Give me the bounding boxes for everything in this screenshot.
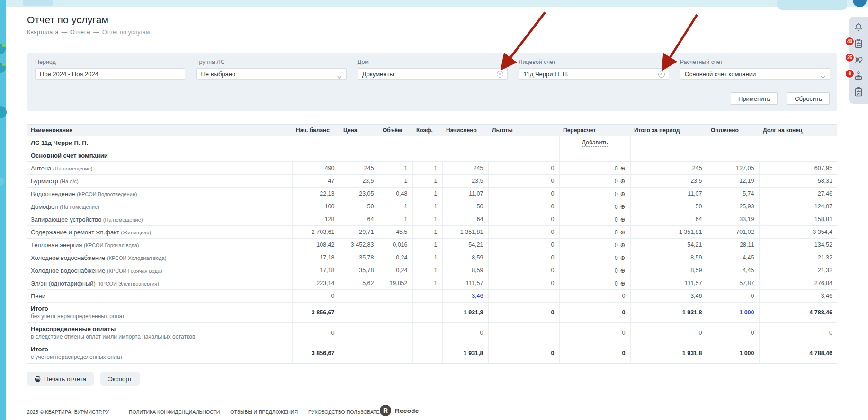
apply-button[interactable]: Применить [731, 92, 778, 105]
add-recalculation-icon[interactable]: ⊕ [620, 254, 626, 261]
print-report-button[interactable]: Печать отчета [27, 372, 94, 386]
left-sidebar-strip[interactable] [0, 0, 6, 420]
period-input[interactable]: Ноя 2024 - Ноя 2024 [35, 68, 185, 80]
filter-field-settlement-account: Расчетный счет Основной счет компании [680, 59, 830, 80]
column-header: Оплачено [707, 125, 759, 136]
cell-accrued: 3,46 [442, 290, 488, 303]
cell-period_total: 23,5 [630, 175, 707, 188]
clear-icon[interactable]: ✕ [497, 71, 503, 78]
cell-accrued: 8,59 [442, 264, 488, 277]
ls-group-select[interactable]: Не выбрано [196, 68, 346, 80]
cell-volume: 0,24 [379, 251, 412, 264]
cell-paid: 1 000 [707, 303, 759, 323]
add-recalculation-link[interactable]: Добавить [582, 139, 608, 147]
reception-desk-icon[interactable]: 8 [853, 70, 864, 81]
cell-period_total: 1 931,8 [630, 303, 707, 323]
chevron-down-icon[interactable] [821, 72, 825, 76]
accrued-link[interactable]: 3,46 [472, 293, 483, 299]
privacy-policy-link[interactable]: ПОЛИТИКА КОНФИДЕНЦИАЛЬНОСТИ [129, 409, 220, 416]
cell-debt: 134,52 [759, 239, 837, 251]
cell-recalc: 0⊕ [559, 200, 630, 213]
reset-button[interactable]: Сбросить [787, 92, 830, 105]
empty-cell [630, 136, 837, 149]
filter-field-period: Период Ноя 2024 - Ноя 2024 [35, 59, 185, 80]
cell-volume [379, 290, 412, 303]
user-guide-link[interactable]: РУКОВОДСТВО ПОЛЬЗОВАТЕЛЯ [308, 409, 386, 416]
bell-icon[interactable] [853, 22, 864, 33]
column-header: Нач. баланс [292, 125, 340, 136]
breadcrumb-link-kvartplata[interactable]: Квартплата [27, 29, 58, 36]
filter-panel: Период Ноя 2024 - Ноя 2024 Группа ЛС Не … [27, 53, 837, 111]
cell-recalc: 0⊕ [559, 188, 630, 200]
cell-volume: 1 [379, 175, 412, 188]
cell-volume: 1 [379, 213, 412, 226]
cell-coef: 1 [412, 213, 442, 226]
cell-recalc: 0⊕ [559, 213, 630, 226]
personal-account-input[interactable]: 11д Черри П. П. ✕ [519, 68, 669, 80]
house-input[interactable]: Документы ✕ [358, 68, 508, 80]
table-row: Запирающее устройство (На помещение)1286… [27, 213, 837, 226]
add-recalculation-icon[interactable]: ⊕ [620, 165, 626, 172]
cell-benefits [488, 323, 559, 343]
cell-coef: 1 [412, 264, 442, 277]
cell-price: 64 [340, 213, 379, 226]
table-header-row: НаименованиеНач. балансЦенаОбъёмКоэф.Нач… [27, 125, 837, 136]
cell-volume [379, 343, 412, 364]
search-box[interactable] [777, 0, 847, 10]
add-recalculation-icon[interactable]: ⊕ [620, 178, 626, 185]
cell-price: 29,71 [340, 226, 379, 239]
announcement-icon[interactable]: 25 [853, 54, 864, 65]
cell-balance: 128 [292, 213, 340, 226]
brand-name: Recode [395, 407, 419, 414]
topbar-tab[interactable] [23, 0, 53, 6]
cell-balance: 17,18 [292, 251, 340, 264]
cell-volume: 45,5 [379, 226, 412, 239]
filter-field-ls-group: Группа ЛС Не выбрано [196, 59, 346, 80]
clear-icon[interactable]: ✕ [658, 71, 665, 78]
cell-benefits: 0 [488, 303, 559, 323]
export-button[interactable]: Экспорт [100, 372, 140, 386]
tasks-clipboard-icon[interactable]: 40 [853, 38, 864, 49]
cell-debt: 4 788,46 [759, 343, 837, 364]
add-recalculation-icon[interactable]: ⊕ [620, 241, 626, 249]
add-recalculation-icon[interactable]: ⊕ [620, 280, 626, 287]
cell-balance: 100 [292, 200, 340, 213]
cell-debt: 21,32 [759, 264, 837, 277]
cell-benefits: 0 [488, 213, 559, 226]
paid-link[interactable]: 1 000 [739, 309, 754, 316]
cell-benefits: 0 [488, 264, 559, 277]
cell-period_total: 3,46 [630, 290, 707, 303]
column-header: Объём [379, 125, 412, 136]
feedback-link[interactable]: ОТЗЫВЫ И ПРЕДЛОЖЕНИЯ [230, 409, 298, 416]
add-recalculation-icon[interactable]: ⊕ [620, 203, 626, 210]
cell-recalc: 0 [559, 290, 630, 303]
cell-paid: 57,87 [707, 277, 759, 290]
add-recalculation-icon[interactable]: ⊕ [620, 190, 626, 197]
page-title: Отчет по услугам [27, 14, 108, 26]
cell-debt: 58,31 [759, 175, 837, 188]
cell-balance: 47 [292, 175, 340, 188]
cell-benefits: 0 [488, 226, 559, 239]
cell-paid: 0 [707, 290, 759, 303]
chevron-down-icon[interactable] [337, 72, 342, 76]
cell-recalc: 0⊕ [559, 277, 630, 290]
cell-debt: 607,95 [759, 162, 837, 175]
avatar[interactable] [853, 0, 867, 7]
cell-debt: 27,46 [759, 188, 837, 200]
breadcrumb: Квартплата—Отчеты—Отчет по услугам [27, 29, 150, 36]
cell-recalc: 0⊕ [559, 251, 630, 264]
column-header: Итого за период [630, 125, 707, 136]
add-recalculation-icon[interactable]: ⊕ [620, 216, 626, 223]
field-label: Лицевой счет [519, 59, 669, 65]
checklist-clipboard-icon[interactable] [853, 86, 864, 98]
table-row: Пени03,4603,4603,46 [27, 290, 837, 303]
cell-period_total: 8,59 [630, 264, 707, 277]
add-recalculation-icon[interactable]: ⊕ [620, 267, 626, 274]
cell-recalc: 0 [559, 343, 630, 364]
breadcrumb-link-otchety[interactable]: Отчеты [70, 29, 90, 36]
cell-price [340, 303, 379, 323]
cell-period_total: 0 [630, 323, 707, 343]
cell-debt: 158,81 [759, 213, 837, 226]
settlement-account-select[interactable]: Основной счет компании [680, 68, 830, 80]
add-recalculation-icon[interactable]: ⊕ [620, 229, 626, 236]
